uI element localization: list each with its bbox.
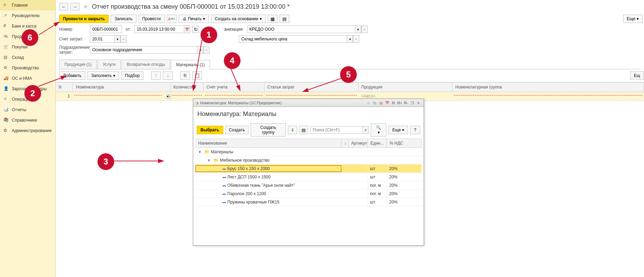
close-icon[interactable]: ✕	[415, 100, 422, 106]
th-nomgroup[interactable]: Номенклатурная группа	[453, 83, 644, 92]
print-button[interactable]: 🖨 Печать ▾	[179, 15, 209, 23]
open-icon[interactable]: ▫	[203, 46, 210, 54]
move-down-icon[interactable]: ↓	[163, 71, 173, 80]
sidebar-item-11[interactable]: 📚Справочники	[0, 115, 55, 125]
add-button[interactable]: Добавить	[59, 71, 85, 80]
mth-article[interactable]: Артикул	[348, 139, 368, 147]
date-input[interactable]	[134, 25, 184, 33]
nav-back-button[interactable]: ←	[59, 3, 68, 10]
expand-icon[interactable]: ▾	[199, 149, 203, 154]
search-button[interactable]: 🔍 ▾	[371, 123, 386, 137]
nav-forward-button[interactable]: →	[70, 3, 79, 10]
tree-folder[interactable]: ▾📁Материалы	[195, 148, 422, 156]
td-account[interactable]	[204, 95, 265, 98]
sidebar-item-5[interactable]: ▤Склад	[0, 52, 55, 63]
view-icon[interactable]: ▤	[299, 126, 308, 134]
create-group-button[interactable]: Создать группу	[251, 123, 286, 137]
dropdown-icon[interactable]: ▾	[114, 35, 120, 43]
sidebar-icon: 🛍	[3, 34, 9, 39]
tree-item[interactable]: ▬Пружины кроватные ПЖ15шт20%	[195, 198, 422, 206]
open-icon[interactable]: ▫	[361, 25, 368, 33]
tab-3[interactable]: Материалы (1)	[171, 60, 210, 69]
sidebar-item-7[interactable]: 🚚ОС и НМА	[0, 73, 55, 84]
sidebar-item-1[interactable]: ↗Руководителю	[0, 10, 55, 21]
modal-more-button[interactable]: Еще ▾	[388, 126, 408, 134]
paste-icon[interactable]: 📋	[192, 71, 202, 80]
create-based-on-button[interactable]: Создать на основании ▾	[211, 15, 266, 23]
write-button[interactable]: Записать	[111, 15, 136, 23]
favorite-icon[interactable]: ★	[83, 3, 88, 10]
organization-input[interactable]	[247, 25, 355, 33]
sub-more-button[interactable]: Ещ	[630, 71, 644, 80]
tree-item[interactable]: ▬Паролон 200 х 1200пог. м20%	[195, 190, 422, 198]
th-nomenclature[interactable]: Номенклатура	[73, 83, 171, 92]
calendar-icon[interactable]: 📅	[184, 25, 190, 33]
post-and-close-button[interactable]: Провести и закрыть	[59, 15, 109, 23]
hierarchy-icon[interactable]: ⬇	[288, 126, 297, 134]
create-button[interactable]: Создать	[225, 126, 249, 134]
cost-account-input[interactable]	[90, 35, 114, 43]
fav-icon[interactable]: ☆	[365, 100, 371, 106]
tree-item[interactable]: ▬Брус 150 х 150 х 2000шт20%	[195, 164, 422, 173]
structure-icon[interactable]: ▦	[268, 15, 277, 23]
th-product[interactable]: Продукция	[359, 83, 453, 92]
copy-icon[interactable]: ⎘	[180, 71, 190, 80]
open-icon[interactable]: ▫	[120, 35, 127, 43]
dropdown-icon[interactable]: ▾	[355, 25, 361, 33]
th-account[interactable]: Счет учета	[204, 83, 265, 92]
mplus-icon[interactable]: M+	[396, 100, 403, 106]
sidebar-item-12[interactable]: ✿Администрирование	[0, 125, 55, 136]
open-icon[interactable]: ▫	[353, 35, 359, 43]
search-input[interactable]	[310, 126, 362, 134]
dropdown-icon[interactable]: ▾	[347, 35, 353, 43]
mminus-icon[interactable]: M-	[403, 100, 409, 106]
tree-item[interactable]: ▬Лист ДСП 1500 х 1500шт20%	[195, 173, 422, 181]
select-button[interactable]: Подбор	[121, 71, 143, 80]
th-cost-item[interactable]: Статья затрат	[265, 83, 359, 92]
list-icon[interactable]: ▤	[280, 15, 289, 23]
td-cost-item[interactable]	[265, 95, 359, 98]
sidebar-icon: ▤	[3, 55, 9, 60]
dropdown-icon[interactable]: ▾	[166, 94, 169, 99]
modal-titlebar: ◑ Номенклатура: Материалы (1С:Предприяти…	[193, 99, 424, 107]
clear-search-icon[interactable]: ×	[362, 126, 369, 134]
tab-2[interactable]: Возвратные отходы	[121, 60, 170, 69]
refresh-icon[interactable]: ↻	[192, 26, 199, 33]
move-up-icon[interactable]: ↑	[151, 71, 161, 80]
tab-1[interactable]: Услуги	[97, 60, 121, 69]
number-input[interactable]	[90, 25, 122, 33]
post-button[interactable]: Провести	[139, 15, 165, 23]
mth-unit[interactable]: Един...	[368, 139, 387, 147]
more-button[interactable]: Еще ▾	[623, 15, 643, 23]
tree-vat	[387, 151, 422, 153]
m-icon[interactable]: M	[390, 100, 396, 106]
sidebar-item-6[interactable]: ⚙Производство	[0, 63, 55, 73]
tab-0[interactable]: Продукция (1)	[59, 60, 97, 69]
td-nomgroup[interactable]	[453, 95, 644, 98]
help-button[interactable]: ?	[410, 126, 420, 134]
th-qty[interactable]: Количество	[171, 83, 204, 92]
td-nomenclature[interactable]	[73, 95, 164, 98]
fill-button[interactable]: Заполнить ▾	[87, 71, 119, 80]
nomenclature-modal: ◑ Номенклатура: Материалы (1С:Предприяти…	[193, 99, 424, 246]
expand-icon[interactable]: ▾	[208, 158, 212, 163]
td-qty[interactable]	[171, 95, 204, 98]
sidebar-item-10[interactable]: 📊Отчеты	[0, 105, 55, 115]
tree-item[interactable]: ▬Обивочная ткань "Арья онли найт"пог. м2…	[195, 181, 422, 190]
dropdown-icon[interactable]: ▾	[197, 46, 203, 54]
select-button[interactable]: Выбрать	[197, 126, 223, 134]
dt-kt-icon[interactable]: ДтКт	[167, 15, 176, 23]
clip-icon[interactable]: 📎	[371, 100, 378, 106]
warehouse-input[interactable]	[239, 35, 347, 43]
mth-sort[interactable]: ↓	[341, 139, 348, 147]
tree-folder[interactable]: ▾📁Мебельное производство	[195, 156, 422, 164]
calc-icon[interactable]: ▦	[378, 100, 384, 106]
mth-name[interactable]: Наименование	[195, 139, 341, 147]
subdivision-input[interactable]	[90, 46, 197, 54]
sidebar-icon: ⚙	[3, 65, 9, 71]
sidebar-icon: 📊	[3, 107, 9, 113]
mth-vat[interactable]: % НДС	[387, 139, 422, 147]
sidebar-item-0[interactable]: ≡Главное	[0, 0, 55, 10]
restore-icon[interactable]: ❐	[409, 100, 415, 106]
cal-icon[interactable]: 📅	[384, 100, 390, 106]
